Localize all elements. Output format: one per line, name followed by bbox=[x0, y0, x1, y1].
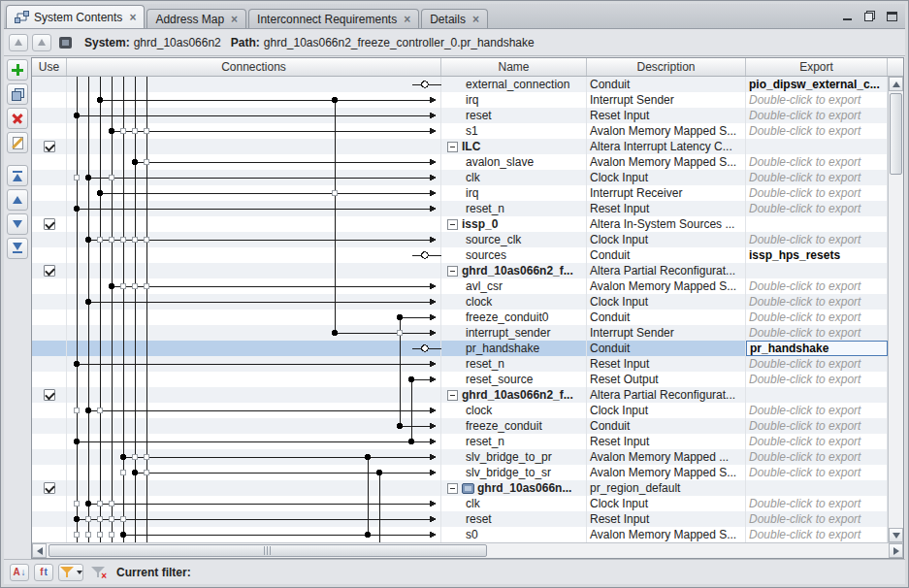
name-cell[interactable]: external_connection bbox=[441, 77, 587, 92]
use-checkbox[interactable] bbox=[44, 141, 55, 152]
scroll-left-button[interactable] bbox=[32, 543, 47, 558]
use-cell[interactable] bbox=[32, 449, 67, 465]
table-row[interactable]: resetReset InputDouble-click to export bbox=[32, 511, 903, 527]
column-header-connections[interactable]: Connections bbox=[67, 58, 441, 76]
name-cell[interactable]: slv_bridge_to_sr bbox=[441, 465, 587, 480]
use-cell[interactable] bbox=[32, 294, 67, 310]
export-cell[interactable]: Double-click to export bbox=[746, 185, 888, 201]
tab-system-contents[interactable]: System Contents × bbox=[6, 5, 145, 28]
connections-cell[interactable] bbox=[67, 232, 441, 247]
use-cell[interactable] bbox=[32, 511, 67, 527]
scroll-up-button[interactable] bbox=[889, 77, 903, 91]
restore-button[interactable] bbox=[861, 9, 878, 23]
connections-cell[interactable] bbox=[67, 434, 441, 449]
connections-cell[interactable] bbox=[67, 465, 441, 480]
connections-cell[interactable] bbox=[67, 139, 441, 154]
export-cell[interactable]: Double-click to export bbox=[746, 527, 888, 542]
name-cell[interactable]: ILC bbox=[441, 139, 587, 154]
use-cell[interactable] bbox=[32, 201, 67, 216]
connections-cell[interactable] bbox=[67, 123, 441, 139]
connections-cell[interactable] bbox=[67, 216, 441, 232]
table-row[interactable]: slv_bridge_to_prAvalon Memory Mapped ...… bbox=[32, 449, 903, 465]
use-cell[interactable] bbox=[32, 341, 67, 356]
export-cell[interactable] bbox=[746, 263, 888, 278]
export-cell[interactable]: pr_handshake bbox=[746, 341, 888, 356]
connections-cell[interactable] bbox=[67, 108, 441, 123]
export-cell[interactable]: Double-click to export bbox=[746, 278, 888, 294]
table-row[interactable]: ghrd_10as066n...pr_region_default bbox=[32, 480, 903, 496]
name-cell[interactable]: issp_0 bbox=[441, 216, 587, 232]
name-cell[interactable]: freeze_conduit bbox=[441, 418, 587, 434]
column-header-export[interactable]: Export bbox=[746, 58, 888, 76]
table-row[interactable]: clkClock InputDouble-click to export bbox=[32, 170, 903, 185]
name-cell[interactable]: sources bbox=[441, 247, 587, 263]
export-cell[interactable] bbox=[746, 480, 888, 496]
table-row[interactable]: ILCAltera Interrupt Latency C... bbox=[32, 139, 903, 154]
edit-button[interactable] bbox=[7, 132, 28, 153]
connections-cell[interactable] bbox=[67, 325, 441, 341]
name-cell[interactable]: ghrd_10as066n2_f... bbox=[441, 387, 587, 403]
use-cell[interactable] bbox=[32, 185, 67, 201]
use-cell[interactable] bbox=[32, 356, 67, 372]
use-cell[interactable] bbox=[32, 154, 67, 170]
table-row[interactable]: pr_handshakeConduitpr_handshake bbox=[32, 341, 903, 356]
connections-cell[interactable] bbox=[67, 527, 441, 542]
move-top-button[interactable] bbox=[7, 165, 28, 186]
export-cell[interactable]: Double-click to export bbox=[746, 434, 888, 449]
use-cell[interactable] bbox=[32, 310, 67, 325]
use-checkbox[interactable] bbox=[44, 389, 55, 401]
vertical-scroll-thumb[interactable] bbox=[890, 93, 902, 175]
column-header-description[interactable]: Description bbox=[587, 58, 746, 76]
horizontal-scroll-thumb[interactable] bbox=[49, 544, 487, 557]
name-cell[interactable]: reset_source bbox=[441, 372, 587, 387]
tab-close-icon[interactable]: × bbox=[472, 14, 479, 25]
use-cell[interactable] bbox=[32, 278, 67, 294]
name-cell[interactable]: irq bbox=[441, 185, 587, 201]
connections-cell[interactable] bbox=[67, 372, 441, 387]
use-cell[interactable] bbox=[32, 325, 67, 341]
tab-close-icon[interactable]: × bbox=[231, 14, 238, 25]
table-row[interactable]: issp_0Altera In-System Sources ... bbox=[32, 216, 903, 232]
connections-cell[interactable] bbox=[67, 449, 441, 465]
vertical-scrollbar[interactable] bbox=[888, 77, 903, 542]
move-down-button[interactable] bbox=[7, 213, 28, 235]
name-cell[interactable]: reset_n bbox=[441, 201, 587, 216]
export-cell[interactable]: Double-click to export bbox=[746, 403, 888, 418]
table-row[interactable]: clockClock InputDouble-click to export bbox=[32, 403, 903, 418]
export-cell[interactable] bbox=[746, 216, 888, 232]
use-cell[interactable] bbox=[32, 92, 67, 108]
name-cell[interactable]: avl_csr bbox=[441, 278, 587, 294]
export-cell[interactable]: Double-click to export bbox=[746, 496, 888, 511]
maximize-button[interactable] bbox=[884, 9, 900, 23]
name-cell[interactable]: ghrd_10as066n... bbox=[441, 480, 587, 496]
collapse-icon[interactable] bbox=[447, 266, 458, 277]
table-row[interactable]: irqInterrupt ReceiverDouble-click to exp… bbox=[32, 185, 903, 201]
table-row[interactable]: freeze_conduitConduitDouble-click to exp… bbox=[32, 418, 903, 434]
hierarchy-up-button[interactable] bbox=[9, 34, 28, 51]
name-cell[interactable]: clock bbox=[441, 294, 587, 310]
connections-cell[interactable] bbox=[67, 278, 441, 294]
export-cell[interactable]: Double-click to export bbox=[746, 325, 888, 341]
table-row[interactable]: slv_bridge_to_srAvalon Memory Mapped S..… bbox=[32, 465, 903, 480]
name-cell[interactable]: reset_n bbox=[441, 434, 587, 449]
name-cell[interactable]: reset bbox=[441, 511, 587, 527]
use-cell[interactable] bbox=[32, 480, 67, 496]
export-cell[interactable]: Double-click to export bbox=[746, 154, 888, 170]
table-row[interactable]: sourcesConduitissp_hps_resets bbox=[32, 247, 903, 263]
remove-button[interactable] bbox=[7, 108, 28, 129]
name-cell[interactable]: pr_handshake bbox=[441, 341, 587, 356]
name-cell[interactable]: avalon_slave bbox=[441, 154, 587, 170]
table-row[interactable]: reset_nReset InputDouble-click to export bbox=[32, 434, 903, 449]
minimize-button[interactable] bbox=[839, 9, 856, 23]
connections-cell[interactable] bbox=[67, 480, 441, 496]
tab-details[interactable]: Details × bbox=[421, 9, 488, 28]
name-cell[interactable]: freeze_conduit0 bbox=[441, 310, 587, 325]
name-cell[interactable]: ghrd_10as066n2_f... bbox=[441, 263, 587, 278]
scroll-right-button[interactable] bbox=[889, 543, 903, 558]
tab-address-map[interactable]: Address Map × bbox=[146, 9, 246, 28]
name-cell[interactable]: irq bbox=[441, 92, 587, 108]
connections-cell[interactable] bbox=[67, 356, 441, 372]
use-cell[interactable] bbox=[32, 527, 67, 542]
name-cell[interactable]: s1 bbox=[441, 123, 587, 139]
table-row[interactable]: source_clkClock InputDouble-click to exp… bbox=[32, 232, 903, 247]
